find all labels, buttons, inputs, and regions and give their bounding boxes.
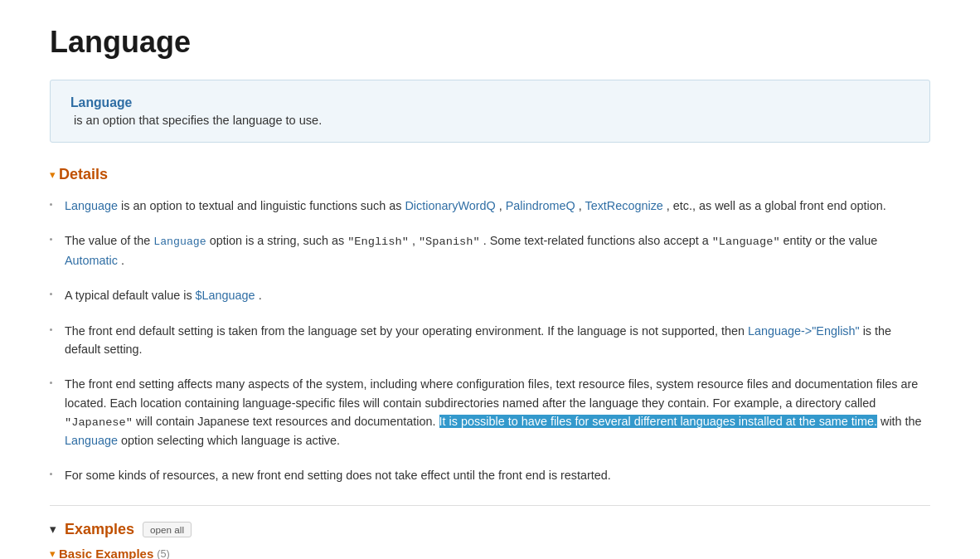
link-language-2[interactable]: Language xyxy=(65,434,118,447)
list-item: The front end default setting is taken f… xyxy=(50,322,930,359)
examples-heading: Examples xyxy=(65,521,134,538)
details-chevron-icon: ▾ xyxy=(50,168,56,181)
details-list: Language is an option to textual and lin… xyxy=(50,197,930,485)
link-language-english[interactable]: Language->"English" xyxy=(748,324,860,338)
open-all-button[interactable]: open all xyxy=(143,522,192,537)
list-item: Language is an option to textual and lin… xyxy=(50,197,930,215)
basic-examples-count: (5) xyxy=(157,547,170,559)
link-automatic[interactable]: Automatic xyxy=(65,254,118,267)
list-item: The front end setting affects many aspec… xyxy=(50,375,930,450)
basic-examples-chevron-icon: ▾ xyxy=(50,547,56,559)
details-section-header[interactable]: ▾ Details xyxy=(50,166,930,183)
link-slanguage[interactable]: $Language xyxy=(196,289,255,302)
list-item: The value of the Language option is a st… xyxy=(50,231,930,270)
basic-examples-header[interactable]: ▾ Basic Examples (5) xyxy=(50,547,930,559)
examples-section-header: ▾ Examples open all xyxy=(50,521,930,538)
list-item: A typical default value is $Language . xyxy=(50,286,930,304)
summary-description: is an option that specifies the language… xyxy=(74,114,910,127)
details-heading: Details xyxy=(59,166,108,183)
basic-examples-heading: Basic Examples xyxy=(59,547,153,559)
section-divider xyxy=(50,505,930,506)
list-item: For some kinds of resources, a new front… xyxy=(50,466,930,484)
code-language: Language xyxy=(153,236,206,248)
link-palindromeq[interactable]: PalindromeQ xyxy=(506,199,575,212)
link-textrecognize[interactable]: TextRecognize xyxy=(585,199,662,212)
summary-box: Language is an option that specifies the… xyxy=(50,80,930,143)
page-title: Language xyxy=(50,25,930,60)
link-dictionarywordq[interactable]: DictionaryWordQ xyxy=(405,199,495,212)
link-language[interactable]: Language xyxy=(65,199,118,212)
summary-term[interactable]: Language xyxy=(70,95,132,109)
examples-chevron-icon: ▾ xyxy=(50,522,56,537)
highlighted-text: It is possible to have files for several… xyxy=(439,415,877,428)
